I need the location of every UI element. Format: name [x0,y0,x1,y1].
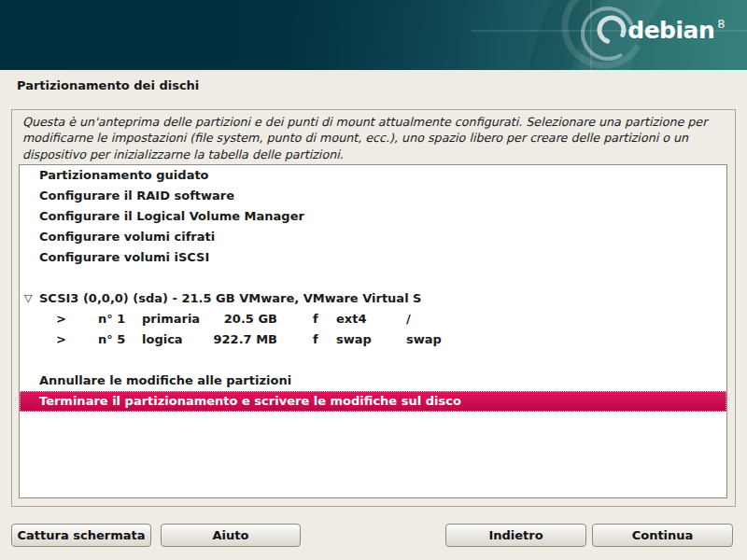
help-button[interactable]: Aiuto [161,524,301,547]
partition-marker-icon: > [56,309,66,329]
expander-down-icon[interactable]: ▽ [24,288,32,309]
partition-number: n° 1 [98,309,125,329]
debian-brand: debian8 [627,19,725,42]
list-item-disk-sda[interactable]: ▽ SCSI3 (0,0,0) (sda) - 21.5 GB VMware, … [20,288,726,309]
partition-marker-icon: > [56,329,66,350]
disk-label: SCSI3 (0,0,0) (sda) - 21.5 GB VMware, VM… [39,288,421,309]
partition-format-flag: f [313,329,318,350]
content-frame: Questa è un'anteprima delle partizioni e… [11,109,736,507]
partition-mountpoint: swap [406,329,442,350]
partition-mountpoint: / [406,309,411,329]
screenshot-button[interactable]: Cattura schermata [11,524,151,547]
partition-type: logica [142,329,183,350]
list-item-undo-changes[interactable]: Annullare le modifiche alle partizioni [20,371,726,391]
partition-filesystem: swap [336,329,372,350]
continue-button[interactable]: Continua [592,524,733,547]
partition-size: 922.7 MB [188,329,277,350]
list-item-configure-encrypted[interactable]: Configurare volumi cifrati [20,227,726,247]
partition-size: 20.5 GB [188,309,277,329]
list-item-configure-iscsi[interactable]: Configurare volumi iSCSI [20,247,726,268]
list-item-guided-partitioning[interactable]: Partizionamento guidato [20,165,726,186]
list-item-finish-partitioning[interactable]: Terminare il partizionamento e scrivere … [20,391,726,412]
list-item-partition-5[interactable]: > n° 5 logica 922.7 MB f swap swap [20,329,726,350]
partition-list: Partizionamento guidato Configurare il R… [19,164,727,498]
brand-name: debian [627,17,714,44]
back-button[interactable]: Indietro [445,524,586,547]
list-row-empty [20,350,726,371]
intro-text: Questa è un'anteprima delle partizioni e… [22,114,725,162]
list-item-configure-lvm[interactable]: Configurare il Logical Volume Manager [20,206,726,227]
list-row-empty [20,268,726,288]
partition-filesystem: ext4 [336,309,366,329]
list-item-partition-1[interactable]: > n° 1 primaria 20.5 GB f ext4 / [20,309,726,329]
page-title: Partizionamento dei dischi [17,78,199,92]
partition-format-flag: f [313,309,318,329]
list-item-configure-raid[interactable]: Configurare il RAID software [20,186,726,206]
brand-version: 8 [717,17,725,31]
header-banner: debian8 [0,0,747,70]
partition-number: n° 5 [98,329,125,350]
